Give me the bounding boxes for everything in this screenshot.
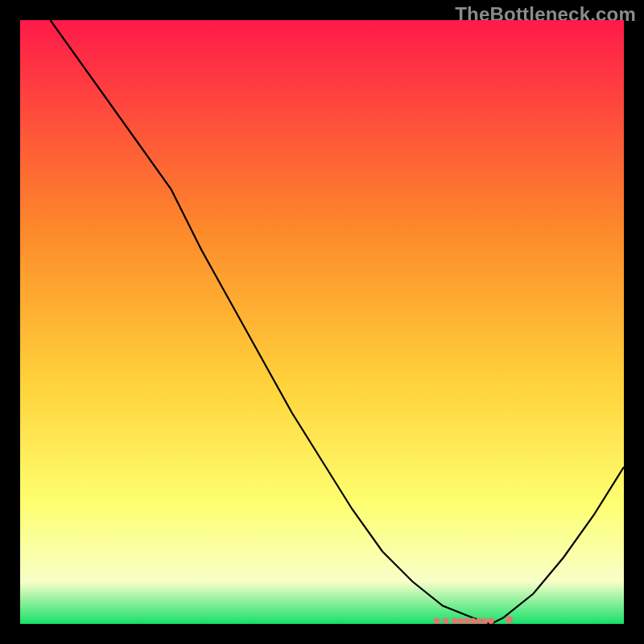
chart-frame: TheBottleneck.com [0,0,644,644]
chart-svg [20,20,624,624]
marker-point [458,618,464,625]
marker-point [434,618,440,625]
marker-point [476,618,482,625]
marker-point [506,616,513,623]
marker-point [482,618,489,625]
marker-point [464,618,470,625]
marker-point [488,618,494,625]
plot-area [20,20,624,624]
marker-point [470,618,477,625]
marker-point [443,618,449,625]
marker-point [452,618,458,625]
gradient-background [20,20,624,624]
